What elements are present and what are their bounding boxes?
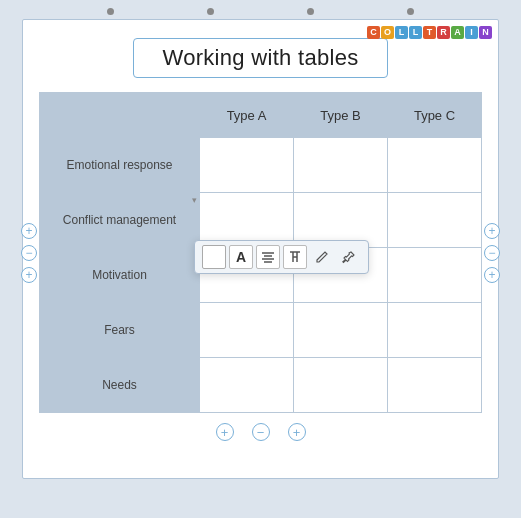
bottom-controls: + − + <box>39 423 482 441</box>
cell-motivation-type-c[interactable] <box>388 248 482 303</box>
slide-area: C O L L T R A I N Working with tables + … <box>22 19 499 479</box>
slide-dot <box>207 8 214 15</box>
table-row: Emotional response <box>40 138 482 193</box>
row-label-conflict-management: Conflict management ▾ <box>40 193 200 248</box>
cell-fears-type-a[interactable] <box>200 303 294 358</box>
align-top-button[interactable] <box>283 245 307 269</box>
logo-letter-a: A <box>451 26 464 39</box>
slide-title: Working with tables <box>133 38 387 78</box>
row-label-needs: Needs <box>40 358 200 413</box>
logo-letter-t: T <box>423 26 436 39</box>
cell-toolbar: A <box>194 240 369 274</box>
logo-letter-o: O <box>381 26 394 39</box>
left-add-bottom-button[interactable]: + <box>21 267 37 283</box>
table-row: Fears <box>40 303 482 358</box>
edit-button[interactable] <box>310 245 334 269</box>
table-header-type-c: Type C <box>388 93 482 138</box>
right-add-top-button[interactable]: + <box>484 223 500 239</box>
right-remove-button[interactable]: − <box>484 245 500 261</box>
bottom-add-right-button[interactable]: + <box>288 423 306 441</box>
logo-letter-l1: L <box>395 26 408 39</box>
row-label-motivation: Motivation <box>40 248 200 303</box>
slide-dots-row <box>0 0 521 19</box>
colltrain-logo: C O L L T R A I N <box>367 26 492 39</box>
row-label-emotional-response: Emotional response <box>40 138 200 193</box>
slide-dot <box>107 8 114 15</box>
pin-button[interactable] <box>337 245 361 269</box>
left-side-controls: + − + <box>21 223 37 283</box>
cell-conflict-type-c[interactable] <box>388 193 482 248</box>
logo-letter-i: I <box>465 26 478 39</box>
logo-letter-l2: L <box>409 26 422 39</box>
text-format-button[interactable]: A <box>229 245 253 269</box>
row-label-fears: Fears <box>40 303 200 358</box>
table-corner-header <box>40 93 200 138</box>
right-side-controls: + − + <box>484 223 500 283</box>
title-wrapper: Working with tables <box>39 38 482 78</box>
left-add-top-button[interactable]: + <box>21 223 37 239</box>
cell-fears-type-b[interactable] <box>294 303 388 358</box>
table-wrapper: + − + + − + Type A Type B Type C <box>39 92 482 413</box>
left-remove-button[interactable]: − <box>21 245 37 261</box>
cell-emotional-type-a[interactable] <box>200 138 294 193</box>
logo-letter-r: R <box>437 26 450 39</box>
slide-dot <box>407 8 414 15</box>
table-header-type-b: Type B <box>294 93 388 138</box>
cell-emotional-type-c[interactable] <box>388 138 482 193</box>
cell-emotional-type-b[interactable] <box>294 138 388 193</box>
cell-fears-type-c[interactable] <box>388 303 482 358</box>
align-center-button[interactable] <box>256 245 280 269</box>
cell-needs-type-b[interactable] <box>294 358 388 413</box>
cell-needs-type-c[interactable] <box>388 358 482 413</box>
right-add-bottom-button[interactable]: + <box>484 267 500 283</box>
bottom-remove-button[interactable]: − <box>252 423 270 441</box>
cell-select-button[interactable] <box>202 245 226 269</box>
dropdown-indicator: ▾ <box>192 195 197 205</box>
bottom-add-left-button[interactable]: + <box>216 423 234 441</box>
logo-letter-n: N <box>479 26 492 39</box>
slide-dot <box>307 8 314 15</box>
page-background: C O L L T R A I N Working with tables + … <box>0 0 521 518</box>
cell-needs-type-a[interactable] <box>200 358 294 413</box>
table-row: Needs <box>40 358 482 413</box>
logo-letter-c: C <box>367 26 380 39</box>
table-header-type-a: Type A <box>200 93 294 138</box>
